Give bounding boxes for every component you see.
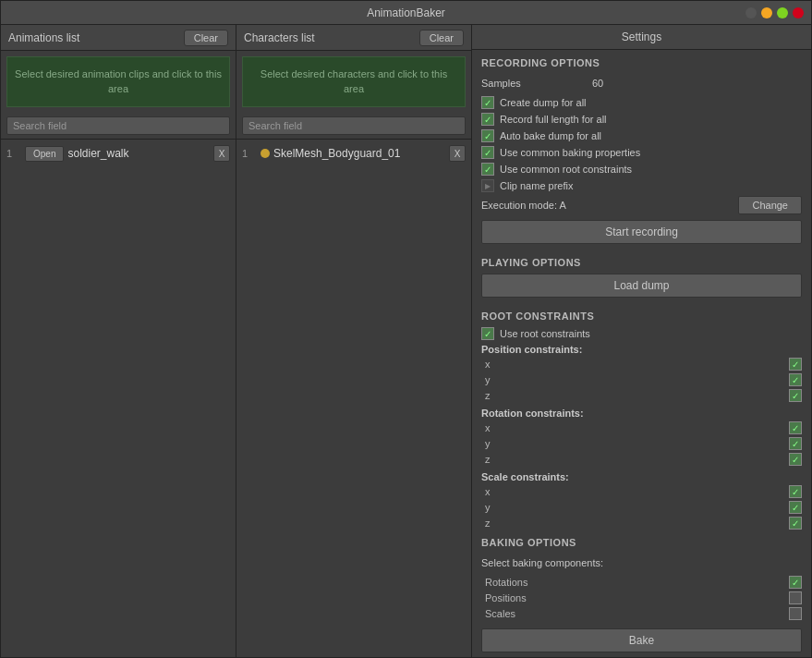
characters-drop-area[interactable]: Select desired characters and click to t… xyxy=(242,56,466,107)
settings-header: Settings xyxy=(472,25,811,50)
scale-y-label: y xyxy=(485,502,789,513)
use-common-baking-row: Use common baking properties xyxy=(481,146,802,159)
change-button[interactable]: Change xyxy=(738,196,802,214)
auto-bake-label: Auto bake dump for all xyxy=(500,130,601,141)
samples-value: 60 xyxy=(592,78,603,89)
characters-panel: Characters list Clear Select desired cha… xyxy=(236,25,471,657)
rotation-constraints-label: Rotation constraints: xyxy=(481,408,802,419)
scale-y-checkbox[interactable] xyxy=(789,501,802,514)
use-common-baking-label: Use common baking properties xyxy=(500,147,640,158)
list-item: 1 Open soldier_walk X xyxy=(5,143,232,164)
rotations-checkbox[interactable] xyxy=(789,576,802,589)
position-constraints-label: Position constraints: xyxy=(481,344,802,355)
main-window: AnimationBaker Animations list Clear Sel… xyxy=(0,0,812,658)
characters-search-container xyxy=(236,113,471,140)
minimize-button[interactable] xyxy=(761,7,772,18)
item-number: 1 xyxy=(242,148,257,159)
create-dump-row: Create dump for all xyxy=(481,96,802,109)
characters-search-input[interactable] xyxy=(242,116,466,135)
auto-bake-row: Auto bake dump for all xyxy=(481,129,802,142)
root-constraints-title: ROOT CONSTRAINTS xyxy=(481,311,802,322)
item-name: soldier_walk xyxy=(67,147,210,160)
animations-panel: Animations list Clear Select desired ani… xyxy=(1,25,236,657)
maximize-button[interactable] xyxy=(777,7,788,18)
position-z-row: z xyxy=(481,389,802,402)
position-x-label: x xyxy=(485,359,789,370)
position-x-row: x xyxy=(481,358,802,371)
scale-z-checkbox[interactable] xyxy=(789,517,802,530)
rotation-y-row: y xyxy=(481,437,802,450)
characters-clear-button[interactable]: Clear xyxy=(419,30,464,46)
position-x-checkbox[interactable] xyxy=(789,358,802,371)
animations-clear-button[interactable]: Clear xyxy=(184,30,228,46)
item-number: 1 xyxy=(6,148,21,159)
title-bar: AnimationBaker xyxy=(1,1,811,25)
rotation-z-row: z xyxy=(481,453,802,466)
playing-options-title: PLAYING OPTIONS xyxy=(481,257,802,268)
settings-content: RECORDING OPTIONS Samples 60 Create dump… xyxy=(472,50,811,657)
clip-name-row: Clip name prefix xyxy=(481,179,802,192)
auto-bake-checkbox[interactable] xyxy=(481,129,494,142)
clip-name-label: Clip name prefix xyxy=(500,180,573,191)
scale-z-row: z xyxy=(481,517,802,530)
left-panels: Animations list Clear Select desired ani… xyxy=(1,25,472,657)
main-content: Animations list Clear Select desired ani… xyxy=(1,25,811,657)
execution-label: Execution mode: A xyxy=(481,200,733,211)
characters-list: 1 SkelMesh_Bodyguard_01 X xyxy=(236,140,471,657)
scales-checkbox[interactable] xyxy=(789,607,802,620)
samples-label: Samples xyxy=(481,78,592,89)
record-full-row: Record full length for all xyxy=(481,113,802,126)
select-baking-label: Select baking components: xyxy=(481,557,603,568)
load-dump-button[interactable]: Load dump xyxy=(481,274,802,298)
position-y-row: y xyxy=(481,373,802,386)
characters-panel-title: Characters list xyxy=(244,31,315,44)
position-y-checkbox[interactable] xyxy=(789,373,802,386)
position-constraints-group: Position constraints: x y z xyxy=(481,344,802,402)
remove-button[interactable]: X xyxy=(213,145,230,162)
position-z-checkbox[interactable] xyxy=(789,389,802,402)
animations-drop-area[interactable]: Select desired animation clips and click… xyxy=(6,56,230,107)
record-full-checkbox[interactable] xyxy=(481,113,494,126)
rotation-x-checkbox[interactable] xyxy=(789,421,802,434)
rotation-y-checkbox[interactable] xyxy=(789,437,802,450)
use-common-root-label: Use common root constraints xyxy=(500,164,632,175)
position-y-label: y xyxy=(485,374,789,385)
use-common-root-checkbox[interactable] xyxy=(481,163,494,176)
positions-row: Positions xyxy=(481,591,802,604)
positions-checkbox[interactable] xyxy=(789,591,802,604)
scale-x-label: x xyxy=(485,486,789,497)
start-recording-button[interactable]: Start recording xyxy=(481,220,802,244)
create-dump-checkbox[interactable] xyxy=(481,96,494,109)
close-button[interactable] xyxy=(793,7,804,18)
rotation-z-checkbox[interactable] xyxy=(789,453,802,466)
record-full-label: Record full length for all xyxy=(500,114,607,125)
rotations-label: Rotations xyxy=(485,577,789,588)
item-name: SkelMesh_Bodyguard_01 xyxy=(273,147,445,160)
settings-panel: Settings RECORDING OPTIONS Samples 60 Cr… xyxy=(472,25,811,657)
remove-button[interactable]: X xyxy=(449,145,466,162)
scale-z-label: z xyxy=(485,518,789,529)
scale-constraints-label: Scale constraints: xyxy=(481,471,802,482)
list-item: 1 SkelMesh_Bodyguard_01 X xyxy=(240,143,467,164)
select-baking-row: Select baking components: xyxy=(481,554,802,572)
recording-options-title: RECORDING OPTIONS xyxy=(481,57,802,68)
use-root-label: Use root constraints xyxy=(500,328,590,339)
positions-label: Positions xyxy=(485,592,789,603)
scales-label: Scales xyxy=(485,608,789,619)
bake-button[interactable]: Bake xyxy=(481,628,802,652)
use-root-checkbox[interactable] xyxy=(481,327,494,340)
position-z-label: z xyxy=(485,390,789,401)
use-root-row: Use root constraints xyxy=(481,327,802,340)
rotation-y-label: y xyxy=(485,438,789,449)
rotation-constraints-group: Rotation constraints: x y z xyxy=(481,408,802,466)
traffic-lights xyxy=(745,7,804,18)
open-button[interactable]: Open xyxy=(25,146,64,162)
animations-search-container xyxy=(1,113,236,140)
use-common-baking-checkbox[interactable] xyxy=(481,146,494,159)
samples-row: Samples 60 xyxy=(481,74,802,92)
scale-x-checkbox[interactable] xyxy=(789,485,802,498)
execution-row: Execution mode: A Change xyxy=(481,196,802,214)
rotations-row: Rotations xyxy=(481,576,802,589)
animations-search-input[interactable] xyxy=(6,116,230,135)
rotation-x-label: x xyxy=(485,422,789,433)
